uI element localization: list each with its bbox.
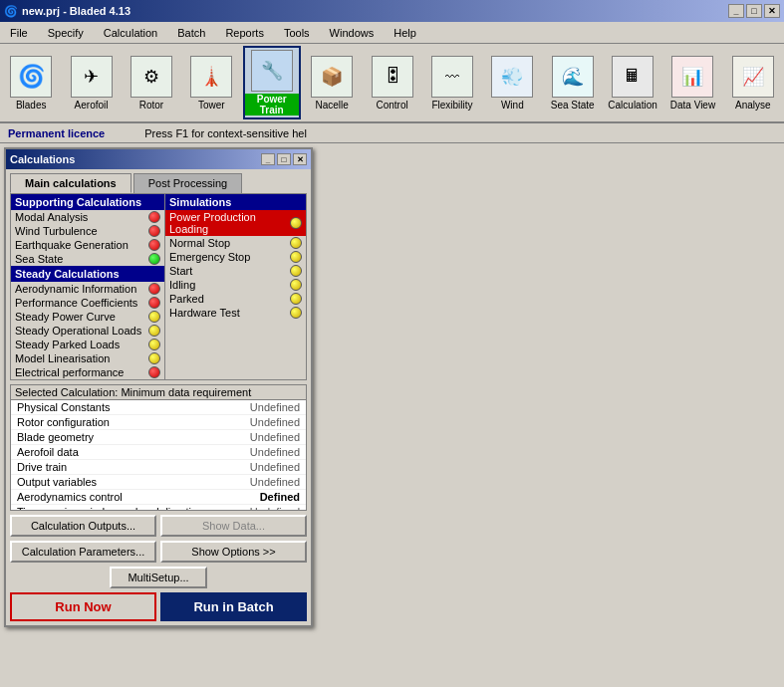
tab-post-processing[interactable]: Post Processing [133,173,242,193]
flexibility-icon: 〰 [431,56,473,98]
calc-sea-state[interactable]: Sea State [11,252,164,266]
menu-windows[interactable]: Windows [324,25,381,41]
run-batch-button[interactable]: Run in Batch [160,592,307,621]
tool-control[interactable]: 🎛 Control [363,46,420,119]
calc-modal-analysis[interactable]: Modal Analysis [11,210,164,224]
emergency-stop-dot [290,251,302,263]
calc-earthquake[interactable]: Earthquake Generation [11,238,164,252]
close-button[interactable]: ✕ [764,4,780,18]
sim-hardware-test[interactable]: Hardware Test [165,306,306,320]
multisetup-button[interactable]: MultiSetup... [110,567,206,588]
maximize-button[interactable]: □ [746,4,762,18]
earthquake-label: Earthquake Generation [15,239,129,251]
list-item: Output variables Undefined [11,475,306,490]
right-panel: Simulations Power Production Loading Nor… [165,194,306,379]
parked-label: Parked [169,293,204,305]
menu-calculation[interactable]: Calculation [98,25,163,41]
sim-parked[interactable]: Parked [165,292,306,306]
tool-seastate[interactable]: 🌊 Sea State [544,46,602,119]
dialog-maximize-button[interactable]: □ [277,153,291,165]
menu-help[interactable]: Help [388,25,422,41]
aerofoil-icon: ✈ [71,56,113,98]
title-bar: 🌀 new.prj - Bladed 4.13 _ □ ✕ [0,0,784,22]
tool-flexibility[interactable]: 〰 Flexibility [423,46,481,119]
tool-tower-label: Tower [198,100,225,111]
sel-calc-list[interactable]: Physical Constants Undefined Rotor confi… [11,400,306,510]
calc-performance[interactable]: Performance Coefficients [11,296,164,310]
tool-seastate-label: Sea State [551,100,595,111]
rotor-icon: ⚙ [131,56,172,98]
sim-power-production[interactable]: Power Production Loading [165,210,306,236]
tool-flexibility-label: Flexibility [431,100,472,111]
show-options-button[interactable]: Show Options >> [160,541,307,563]
minimize-button[interactable]: _ [728,4,744,18]
tower-icon: 🗼 [190,56,232,98]
tool-tower[interactable]: 🗼 Tower [182,46,240,119]
item-label: Time varying wind speed and direction [17,506,203,510]
menu-reports[interactable]: Reports [219,25,270,41]
performance-dot [148,297,160,309]
model-linearisation-label: Model Linearisation [15,352,110,364]
tool-powertrain[interactable]: 🔧 Power Train [243,46,302,119]
dialog-title-bar: Calculations _ □ ✕ [6,149,311,169]
tool-calculation-label: Calculation [608,100,656,111]
electrical-dot [148,366,160,378]
tool-aerofoil[interactable]: ✈ Aerofoil [62,46,120,119]
tool-calculation[interactable]: 🖩 Calculation [604,46,661,119]
blades-icon: 🌀 [10,56,52,98]
run-now-button[interactable]: Run Now [10,592,156,621]
calc-steady-power[interactable]: Steady Power Curve [11,310,164,324]
tool-analyse[interactable]: 📈 Analyse [724,46,782,119]
menu-batch[interactable]: Batch [171,25,211,41]
menu-specify[interactable]: Specify [42,25,90,41]
list-item: Aerodynamics control Defined [11,490,306,505]
sel-calc-title: Selected Calculation: Minimum data requi… [11,385,306,400]
tool-rotor[interactable]: ⚙ Rotor [123,46,180,119]
sim-idling[interactable]: Idling [165,278,306,292]
calc-aerodynamic[interactable]: Aerodynamic Information [11,282,164,296]
steady-parked-dot [148,339,160,350]
calc-steady-operational[interactable]: Steady Operational Loads [11,324,164,338]
start-dot [290,265,302,277]
item-value: Undefined [250,401,300,413]
calc-electrical[interactable]: Electrical performance [11,365,164,379]
calculation-icon: 🖩 [612,56,653,98]
calculations-dialog: Calculations _ □ ✕ Main calculations Pos… [4,147,313,627]
tool-rotor-label: Rotor [139,100,163,111]
list-item: Time varying wind speed and direction Un… [11,505,306,510]
wind-turbulence-label: Wind Turbulence [15,225,98,237]
tool-analyse-label: Analyse [735,100,771,111]
earthquake-dot [148,239,160,251]
tool-dataview[interactable]: 📊 Data View [663,46,721,119]
calc-wind-turbulence[interactable]: Wind Turbulence [11,224,164,238]
licence-bar: Permanent licence Press F1 for context-s… [0,123,784,143]
hardware-test-label: Hardware Test [169,307,240,319]
show-data-button[interactable]: Show Data... [160,515,307,537]
sim-start[interactable]: Start [165,264,306,278]
calc-outputs-button[interactable]: Calculation Outputs... [10,515,156,537]
help-text: Press F1 for context-sensitive hel [144,127,307,139]
tool-blades[interactable]: 🌀 Blades [2,46,60,119]
wind-turbulence-dot [148,225,160,237]
steady-power-dot [148,311,160,323]
dialog-minimize-button[interactable]: _ [261,153,275,165]
calc-model-linearisation[interactable]: Model Linearisation [11,351,164,365]
sim-emergency-stop[interactable]: Emergency Stop [165,250,306,264]
menu-file[interactable]: File [4,25,34,41]
calc-params-button[interactable]: Calculation Parameters... [10,541,156,563]
tool-blades-label: Blades [16,100,47,111]
sim-normal-stop[interactable]: Normal Stop [165,236,306,250]
calc-steady-parked[interactable]: Steady Parked Loads [11,338,164,351]
power-production-dot [290,217,302,229]
normal-stop-dot [290,237,302,249]
dialog-close-button[interactable]: ✕ [293,153,307,165]
tool-wind[interactable]: 💨 Wind [483,46,541,119]
app-icon: 🌀 [4,5,18,18]
emergency-stop-label: Emergency Stop [169,251,250,263]
parked-dot [290,293,302,305]
tab-main-calculations[interactable]: Main calculations [10,173,131,193]
tool-nacelle[interactable]: 📦 Nacelle [303,46,361,119]
content-area: Supporting Calculations Modal Analysis W… [10,193,307,380]
tool-nacelle-label: Nacelle [316,100,349,111]
menu-tools[interactable]: Tools [278,25,316,41]
